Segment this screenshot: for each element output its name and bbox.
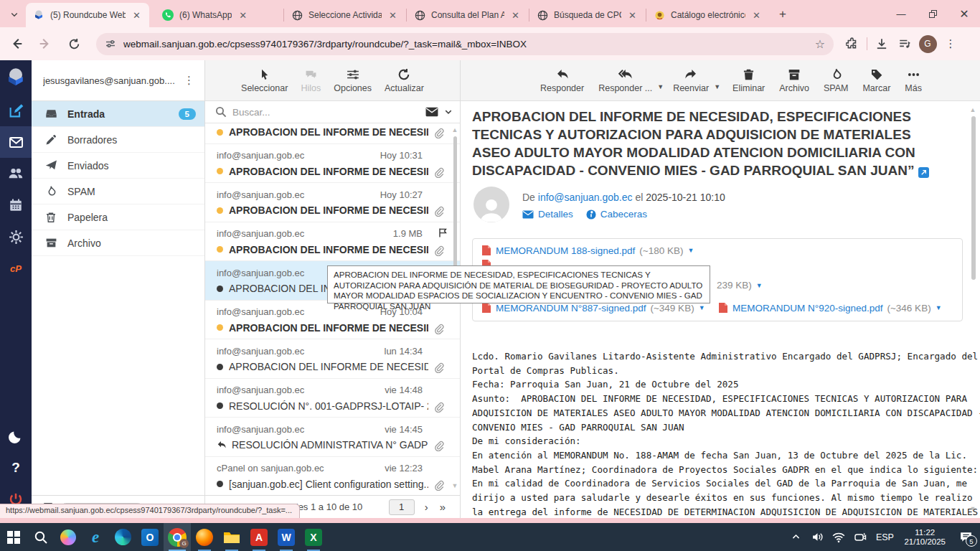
restore-button[interactable] [917, 0, 948, 27]
settings-gear-icon[interactable] [0, 221, 32, 253]
dark-mode-moon-icon[interactable] [0, 420, 32, 452]
attachment-menu-caret-icon[interactable]: ▼ [699, 304, 705, 311]
media-playlist-icon[interactable] [893, 32, 916, 55]
more-button[interactable]: Más [898, 67, 928, 93]
downloads-icon[interactable] [870, 32, 893, 55]
options-button[interactable]: Opciones [327, 67, 378, 93]
start-button[interactable] [0, 523, 27, 551]
refresh-button[interactable]: Actualizar [378, 67, 430, 93]
tab-close-icon[interactable]: ✕ [387, 10, 398, 21]
message-row[interactable]: cPanel on sanjuan.gob.ecvie 12:23 [sanju… [205, 457, 460, 496]
tab-close-icon[interactable]: ✕ [131, 10, 142, 21]
edge-icon[interactable] [109, 523, 136, 551]
bookmark-star-icon[interactable]: ☆ [815, 37, 825, 51]
open-in-new-window-icon[interactable] [918, 167, 929, 178]
folder-spam[interactable]: SPAM [32, 179, 204, 204]
minimize-button[interactable]: — [885, 0, 917, 27]
calendar-icon[interactable] [0, 189, 32, 221]
reply-button[interactable]: Responder [534, 67, 590, 93]
meet-now-icon[interactable] [849, 523, 871, 551]
volume-icon[interactable] [806, 523, 828, 551]
attachment-item-fragment[interactable]: 239 KB) ▼ [717, 280, 763, 291]
forward-caret-icon[interactable]: ▼ [714, 83, 720, 90]
account-menu-icon[interactable]: ⋮ [179, 74, 199, 87]
list-scrollbar-thumb[interactable] [453, 136, 457, 273]
search-scope-icon[interactable] [425, 107, 438, 117]
message-row[interactable]: info@sanjuan.gob.eclun 14:34 APROBACION … [205, 339, 460, 379]
close-button[interactable]: ✕ [948, 0, 980, 27]
file-explorer-icon[interactable] [218, 523, 245, 551]
view-scrollbar-thumb[interactable] [971, 116, 976, 280]
folder-archivo[interactable]: Archivo [32, 230, 204, 256]
tab-consulta-plan[interactable]: Consulta del Plan An ✕ [407, 3, 528, 27]
tab-search-chevron-icon[interactable] [4, 4, 24, 24]
copilot-icon[interactable] [55, 523, 82, 551]
contacts-icon[interactable] [0, 158, 32, 189]
wifi-icon[interactable] [828, 523, 849, 551]
next-page-icon[interactable]: › [419, 501, 434, 513]
forward-button[interactable]: Reenviar [666, 67, 715, 93]
url-text[interactable]: webmail.sanjuan.gob.ec/cpsess9740179367/… [123, 39, 815, 50]
folder-borradores[interactable]: Borradores [32, 127, 204, 153]
message-row[interactable]: info@sanjuan.gob.ecHoy 10:27 APROBACION … [205, 183, 460, 222]
tray-chevron-up-icon[interactable] [785, 523, 806, 551]
page-input[interactable] [389, 499, 415, 515]
message-row[interactable]: APROBACION DEL INFORME DE NECESIDA... [205, 123, 460, 144]
list-scroll-down-arrow[interactable]: ▼ [451, 482, 459, 489]
tab-close-icon[interactable]: ✕ [510, 10, 521, 21]
view-scroll-up-arrow[interactable]: ▲ [969, 106, 977, 113]
back-icon[interactable] [4, 32, 29, 56]
threads-button[interactable]: Hilos [294, 67, 327, 93]
message-row[interactable]: info@sanjuan.gob.ecvie 14:48 RESOLUCIÓN … [205, 379, 460, 418]
profile-avatar[interactable]: G [916, 32, 939, 55]
reload-icon[interactable] [62, 32, 86, 56]
mark-button[interactable]: Marcar [856, 67, 897, 93]
help-icon[interactable]: ? [0, 452, 32, 484]
tab-close-icon[interactable]: ✕ [751, 10, 762, 21]
attachment-item[interactable]: MEMORANDUM 188-signed.pdf (~180 KB) ▼ [481, 245, 694, 256]
acrobat-icon[interactable]: A [245, 523, 273, 551]
details-link[interactable]: Detalles [522, 209, 573, 220]
tab-close-icon[interactable]: ✕ [627, 10, 638, 21]
language-indicator[interactable]: ESP [871, 523, 898, 551]
compose-icon[interactable] [0, 95, 32, 126]
clock[interactable]: 11:22 21/10/2025 [898, 528, 951, 547]
address-bar[interactable]: webmail.sanjuan.gob.ec/cpsess9740179367/… [96, 33, 834, 55]
browser-menu-icon[interactable]: ⋮ [939, 32, 962, 55]
flag-icon[interactable] [438, 227, 448, 238]
search-options-chevron-icon[interactable] [444, 108, 453, 116]
chrome-taskbar-icon[interactable]: G [164, 523, 191, 551]
archive-button[interactable]: Archivo [773, 67, 816, 93]
excel-icon[interactable]: X [300, 523, 327, 551]
folder-entrada[interactable]: Entrada 5 [32, 101, 204, 127]
tab-busqueda-cpc[interactable]: Búsqueda de CPC e ✕ [530, 3, 645, 27]
mail-nav-icon[interactable] [0, 126, 32, 158]
search-input[interactable] [232, 107, 420, 118]
reply-all-caret-icon[interactable]: ▼ [657, 83, 664, 90]
attachment-item[interactable]: MEMORANDUM N°920-signed.pdf (~346 KB) ▼ [718, 302, 942, 314]
internet-explorer-icon[interactable]: e [82, 523, 109, 551]
attachment-item[interactable]: MEMORANDUM N°887-signed.pdf (~349 KB) ▼ [481, 302, 705, 314]
headers-link[interactable]: Cabeceras [586, 209, 647, 220]
taskbar-search-icon[interactable] [27, 523, 55, 551]
new-tab-button[interactable]: + [779, 7, 786, 22]
message-row[interactable]: info@sanjuan.gob.ecHoy 10:31 APROBACION … [205, 144, 460, 184]
attachment-menu-caret-icon[interactable]: ▼ [688, 247, 694, 254]
site-settings-icon[interactable] [105, 38, 116, 50]
notifications-icon[interactable]: 5 [951, 523, 980, 551]
tab-whatsapp[interactable]: (6) WhatsApp ✕ [155, 3, 283, 27]
folder-papelera[interactable]: Papelera [32, 204, 204, 230]
message-row[interactable]: info@sanjuan.gob.ec1.9 MB APROBACION DEL… [205, 222, 460, 262]
firefox-icon[interactable] [191, 523, 218, 551]
view-scroll-down-arrow[interactable]: ▼ [969, 505, 977, 512]
tab-close-icon[interactable]: ✕ [237, 10, 248, 21]
forward-icon[interactable] [33, 32, 57, 56]
tab-seleccione-actividad[interactable]: Seleccione Actividad ✕ [285, 3, 405, 27]
last-page-icon[interactable]: » [434, 501, 451, 513]
folder-enviados[interactable]: Enviados [32, 153, 204, 179]
extensions-icon[interactable] [841, 32, 864, 55]
attachment-menu-caret-icon[interactable]: ▼ [756, 282, 763, 289]
list-scroll-up-arrow[interactable]: ▲ [451, 126, 459, 133]
select-button[interactable]: Seleccionar [235, 67, 294, 93]
word-icon[interactable]: W [273, 523, 300, 551]
